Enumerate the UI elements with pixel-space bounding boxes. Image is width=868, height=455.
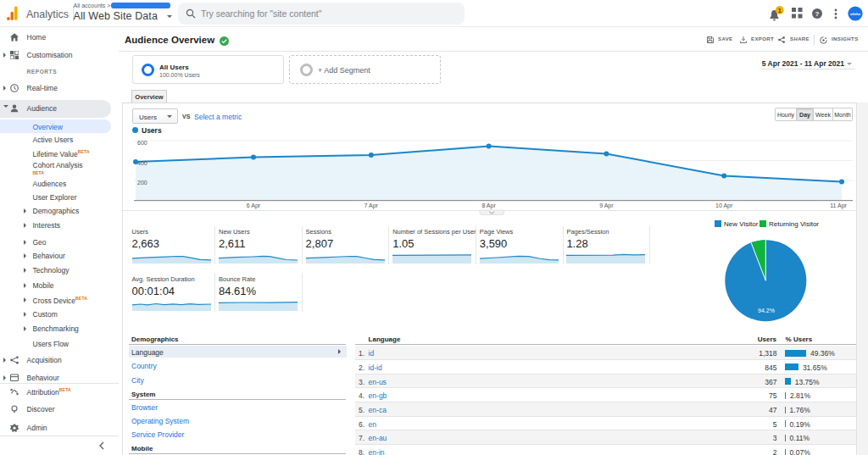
svg-text:10 Apr: 10 Apr bbox=[715, 203, 733, 209]
svg-text:7 Apr: 7 Apr bbox=[364, 203, 379, 209]
svg-text:11 Apr: 11 Apr bbox=[830, 203, 847, 209]
svg-text:6 Apr: 6 Apr bbox=[247, 203, 261, 209]
svg-text:aththa: aththa bbox=[850, 12, 861, 16]
svg-text:1: 1 bbox=[778, 8, 782, 14]
svg-text:600: 600 bbox=[137, 140, 147, 146]
svg-text:200: 200 bbox=[137, 180, 147, 186]
svg-text:8 Apr: 8 Apr bbox=[481, 203, 496, 209]
svg-text:400: 400 bbox=[137, 160, 147, 166]
svg-text:?: ? bbox=[815, 10, 820, 18]
svg-text:94.2%: 94.2% bbox=[758, 308, 775, 314]
svg-text:9 Apr: 9 Apr bbox=[599, 203, 614, 209]
